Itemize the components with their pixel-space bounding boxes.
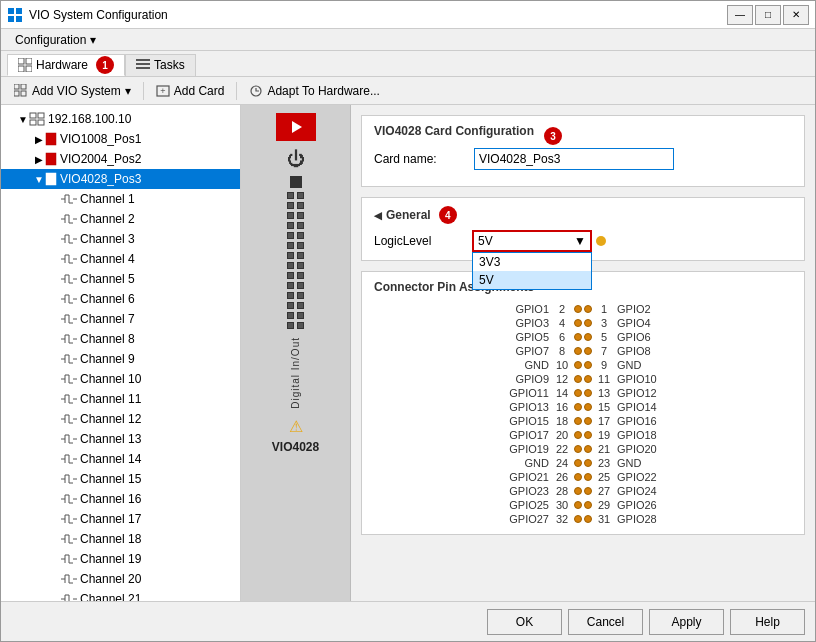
pin-num-right: 13 [594,386,614,400]
tree-item-ch7[interactable]: Channel 7 [1,309,240,329]
pin-num-right: 27 [594,484,614,498]
close-button[interactable]: ✕ [783,5,809,25]
tree-item-vio1008[interactable]: ▶ VIO1008_Pos1 [1,129,240,149]
apply-button[interactable]: Apply [649,609,724,635]
pin-num-left: 28 [552,484,572,498]
tree-item-ch12[interactable]: Channel 12 [1,409,240,429]
pin-name-right: GPIO10 [614,372,660,386]
svg-rect-22 [46,133,56,145]
tree-item-ch6[interactable]: Channel 6 [1,289,240,309]
tree-item-ch16[interactable]: Channel 16 [1,489,240,509]
tree-item-ch2[interactable]: Channel 2 [1,209,240,229]
pin-num-left: 22 [552,442,572,456]
general-badge: 4 [439,206,457,224]
pin-name-right: GND [614,456,660,470]
left-panel: ▼ 192.168.100.10 ▶ [1,105,241,601]
pin-num-right: 11 [594,372,614,386]
tree-item-ch15[interactable]: Channel 15 [1,469,240,489]
tree-item-ch5[interactable]: Channel 5 [1,269,240,289]
pin-num-left: 4 [552,316,572,330]
ok-button[interactable]: OK [487,609,562,635]
tab-bar: Hardware 1 Tasks [1,51,815,77]
minimize-button[interactable]: — [727,5,753,25]
tree-ch8-label: Channel 8 [80,332,135,346]
pin-name-right: GPIO24 [614,484,660,498]
card-name-input[interactable] [474,148,674,170]
pin-name-right: GPIO8 [614,344,660,358]
pin-name-right: GPIO22 [614,470,660,484]
tree-item-ch9[interactable]: Channel 9 [1,349,240,369]
adapt-icon [249,84,263,98]
pin-name-left: GPIO27 [506,512,552,526]
tree-item-ch1[interactable]: Channel 1 [1,189,240,209]
hardware-badge: 1 [96,56,114,74]
pin-num-right: 1 [594,302,614,316]
logic-level-dropdown[interactable]: 5V ▼ [472,230,592,252]
tree-ch4-label: Channel 4 [80,252,135,266]
cancel-button[interactable]: Cancel [568,609,643,635]
general-section: ◀ General 4 LogicLevel 5V ▼ [361,197,805,261]
option-5v[interactable]: 5V [473,271,591,289]
option-3v3[interactable]: 3V3 [473,253,591,271]
bottom-bar: OK Cancel Apply Help [1,601,815,641]
tree-item-ch20[interactable]: Channel 20 [1,569,240,589]
tree-item-root[interactable]: ▼ 192.168.100.10 [1,109,240,129]
table-row: GPIO1 2 1 GPIO2 [506,302,660,316]
tree-ch20-label: Channel 20 [80,572,141,586]
pin-num-right: 3 [594,316,614,330]
add-card-button[interactable]: + Add Card [149,80,232,102]
svg-rect-6 [18,66,24,72]
card-name-row: Card name: [374,148,792,170]
tree-item-ch10[interactable]: Channel 10 [1,369,240,389]
window-title: VIO System Configuration [29,8,168,22]
tree-item-ch4[interactable]: Channel 4 [1,249,240,269]
add-vio-system-button[interactable]: Add VIO System ▾ [7,80,138,102]
svg-rect-3 [16,16,22,22]
tree-item-vio4028[interactable]: ▼ VIO4028_Pos3 [1,169,240,189]
svg-text:+: + [160,86,165,96]
tree-item-vio2004[interactable]: ▶ VIO2004_Pos2 [1,149,240,169]
tree-item-ch19[interactable]: Channel 19 [1,549,240,569]
pin-num-right: 7 [594,344,614,358]
tree-ch19-label: Channel 19 [80,552,141,566]
add-card-label: Add Card [174,84,225,98]
card-config-header: VIO4028 Card Configuration 3 [374,124,792,148]
tree-item-ch18[interactable]: Channel 18 [1,529,240,549]
svg-rect-11 [14,84,19,89]
pin-name-left: GPIO7 [506,344,552,358]
app-icon [7,7,23,23]
pin-num-left: 12 [552,372,572,386]
tree-item-ch14[interactable]: Channel 14 [1,449,240,469]
menu-bar: Configuration ▾ [1,29,815,51]
add-card-icon: + [156,84,170,98]
tree-item-ch8[interactable]: Channel 8 [1,329,240,349]
tree-ch1-label: Channel 1 [80,192,135,206]
svg-rect-5 [26,58,32,64]
table-row: GPIO23 28 27 GPIO24 [506,484,660,498]
svg-marker-157 [292,121,302,133]
pin-name-left: GPIO25 [506,498,552,512]
channel-icon-6 [61,293,77,305]
tree-ch12-label: Channel 12 [80,412,141,426]
warning-triangle-icon: ⚠ [289,417,303,436]
pin-num-right: 5 [594,330,614,344]
svg-rect-24 [46,173,56,185]
pin-num-right: 21 [594,442,614,456]
pin-num-right: 19 [594,428,614,442]
tab-hardware[interactable]: Hardware 1 [7,54,125,76]
tree-item-ch3[interactable]: Channel 3 [1,229,240,249]
maximize-button[interactable]: □ [755,5,781,25]
help-button[interactable]: Help [730,609,805,635]
menu-configuration[interactable]: Configuration ▾ [7,31,104,49]
adapt-to-hardware-button[interactable]: Adapt To Hardware... [242,80,387,102]
tab-tasks[interactable]: Tasks [125,54,196,76]
svg-rect-7 [26,66,32,72]
tree-view: ▼ 192.168.100.10 ▶ [1,105,240,601]
tree-item-ch11[interactable]: Channel 11 [1,389,240,409]
pin-name-left: GPIO5 [506,330,552,344]
tree-item-ch13[interactable]: Channel 13 [1,429,240,449]
channel-icon-3 [61,233,77,245]
pin-name-left: GPIO11 [506,386,552,400]
tree-item-ch17[interactable]: Channel 17 [1,509,240,529]
tree-item-ch21[interactable]: Channel 21 [1,589,240,601]
